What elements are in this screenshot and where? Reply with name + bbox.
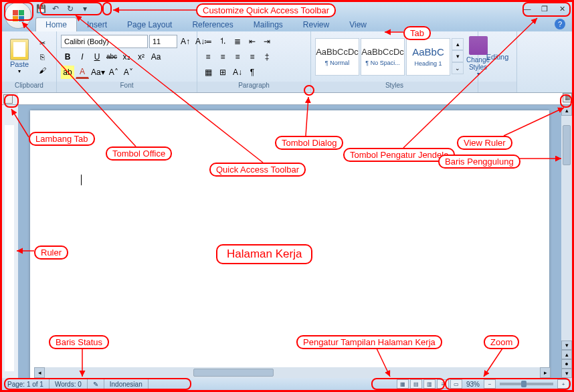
copy-icon[interactable]: ⎘ (35, 51, 49, 63)
justify-icon[interactable]: ≡ (246, 50, 259, 64)
callout-tombol-dialog: Tombol Dialog (275, 136, 343, 150)
window-controls: — ❐ ✕ (520, 3, 569, 14)
clipboard-group: Paste ▾ ✂ ⎘ 🖌 Clipboard (2, 31, 57, 92)
tab-insert[interactable]: Insert (77, 17, 117, 31)
font-color-button[interactable]: A (76, 66, 89, 79)
zoom-out-icon[interactable]: − (484, 379, 496, 389)
prev-page-icon[interactable]: ▴ (561, 350, 572, 359)
tab-references[interactable]: References (182, 17, 243, 31)
scroll-right-icon[interactable]: ▸ (540, 367, 551, 378)
clipboard-label: Clipboard (2, 82, 56, 92)
highlight-button[interactable]: ab (61, 66, 74, 79)
zoom-thumb[interactable] (521, 381, 527, 387)
view-ruler-button[interactable]: ▦ (563, 93, 572, 102)
shading-icon[interactable]: ▦ (201, 66, 215, 79)
decrease-indent-icon[interactable]: ⇤ (246, 35, 259, 48)
callout-lambang-tab: Lambang Tab (29, 132, 95, 146)
shrink-a-icon[interactable]: A˅ (122, 66, 135, 79)
undo-icon[interactable]: ↶ (50, 3, 61, 14)
paste-button[interactable]: Paste ▾ (6, 39, 33, 74)
callout-tombol-office: Tombol Office (106, 146, 172, 161)
help-icon[interactable]: ? (555, 19, 565, 29)
browse-object-icon[interactable]: ● (561, 359, 572, 369)
numbering-icon[interactable]: ⒈ (216, 35, 229, 48)
callout-tab: Tab (403, 26, 431, 40)
show-marks-icon[interactable]: ¶ (246, 66, 259, 79)
tab-page-layout[interactable]: Page Layout (117, 17, 182, 31)
style-normal[interactable]: AaBbCcDc ¶ Normal (315, 38, 359, 76)
callout-customize-qat: Customize Quick Access Toolbar (196, 3, 336, 17)
outline-view-icon[interactable]: ≡ (437, 379, 449, 389)
restore-button[interactable]: ❐ (537, 3, 552, 14)
style-heading1[interactable]: AaBbC Heading 1 (406, 38, 450, 76)
clear-format-button[interactable]: Aa▾ (90, 66, 106, 79)
align-right-icon[interactable]: ≡ (231, 50, 244, 64)
vscroll-thumb[interactable] (563, 125, 571, 165)
fullscreen-view-icon[interactable]: ▤ (410, 379, 422, 389)
sort-icon[interactable]: A↓ (231, 66, 244, 79)
callout-baris-status: Baris Status (49, 335, 109, 349)
italic-button[interactable]: I (76, 50, 89, 64)
editing-button[interactable]: Editing (486, 53, 509, 61)
customize-qat-icon[interactable]: ▾ (80, 3, 90, 14)
grow-font-icon[interactable]: A↑ (179, 35, 192, 48)
cut-icon[interactable]: ✂ (35, 37, 49, 50)
style-gallery-scroll[interactable]: ▴▾⌄ (452, 38, 464, 76)
web-layout-view-icon[interactable]: ▥ (423, 379, 436, 389)
hscroll-thumb[interactable] (193, 369, 274, 377)
scroll-up-icon[interactable]: ▴ (561, 105, 572, 116)
bullets-icon[interactable]: ≔ (201, 35, 215, 48)
next-page-icon[interactable]: ▾ (561, 369, 572, 378)
callout-baris-penggulung: Baris Penggulung (438, 155, 520, 169)
multilevel-icon[interactable]: ≣ (231, 35, 244, 48)
format-painter-icon[interactable]: 🖌 (35, 64, 49, 76)
bold-button[interactable]: B (61, 50, 74, 64)
draft-view-icon[interactable]: ▭ (450, 379, 462, 389)
callout-view-ruler: View Ruler (457, 136, 512, 150)
text-cursor (81, 175, 82, 185)
align-center-icon[interactable]: ≡ (216, 50, 229, 64)
status-proof-icon[interactable]: ✎ (88, 378, 104, 390)
tab-view[interactable]: View (339, 17, 377, 31)
scroll-down-icon[interactable]: ▾ (561, 340, 572, 350)
align-left-icon[interactable]: ≡ (201, 50, 215, 64)
status-page[interactable]: Page: 1 of 1 (2, 378, 50, 390)
horizontal-ruler[interactable]: ▦ (2, 93, 572, 105)
grow-a-icon[interactable]: A˄ (107, 66, 120, 79)
font-label: Font (57, 82, 197, 92)
superscript-button[interactable]: x² (134, 50, 148, 64)
style-name: ¶ Normal (325, 60, 349, 66)
font-size-input[interactable] (149, 35, 177, 48)
close-button[interactable]: ✕ (555, 3, 569, 14)
tab-mailings[interactable]: Mailings (244, 17, 293, 31)
vertical-ruler[interactable] (2, 105, 18, 378)
tab-home[interactable]: Home (35, 17, 77, 31)
subscript-button[interactable]: x₂ (120, 50, 133, 64)
zoom-slider[interactable] (500, 383, 553, 385)
status-language[interactable]: Indonesian (104, 378, 149, 390)
redo-icon[interactable]: ↻ (65, 3, 76, 14)
vertical-scrollbar[interactable]: ▴ ▾ ▴ ● ▾ (561, 105, 572, 378)
tab-selector[interactable] (3, 94, 13, 104)
editing-group: Editing (478, 31, 517, 92)
zoom-level[interactable]: 93% (464, 381, 482, 388)
underline-button[interactable]: U (90, 50, 104, 64)
borders-icon[interactable]: ⊞ (216, 66, 229, 79)
change-case-button[interactable]: Aa (149, 50, 163, 64)
paste-label: Paste (10, 60, 29, 68)
style-nospacing[interactable]: AaBbCcDc ¶ No Spaci... (361, 38, 405, 76)
status-words[interactable]: Words: 0 (50, 378, 88, 390)
save-icon[interactable]: 💾 (35, 3, 46, 14)
font-name-input[interactable] (61, 35, 148, 48)
scroll-left-icon[interactable]: ◂ (34, 367, 45, 378)
strike-button[interactable]: abc (105, 50, 118, 64)
increase-indent-icon[interactable]: ⇥ (260, 35, 274, 48)
office-button[interactable] (5, 2, 31, 29)
print-layout-view-icon[interactable]: ▦ (397, 379, 409, 389)
minimize-button[interactable]: — (520, 3, 535, 14)
tab-review[interactable]: Review (293, 17, 339, 31)
zoom-in-icon[interactable]: + (557, 379, 569, 389)
line-spacing-icon[interactable]: ‡ (260, 50, 274, 64)
style-name: Heading 1 (414, 60, 442, 67)
horizontal-scrollbar[interactable]: ◂ ▸ (34, 367, 551, 378)
